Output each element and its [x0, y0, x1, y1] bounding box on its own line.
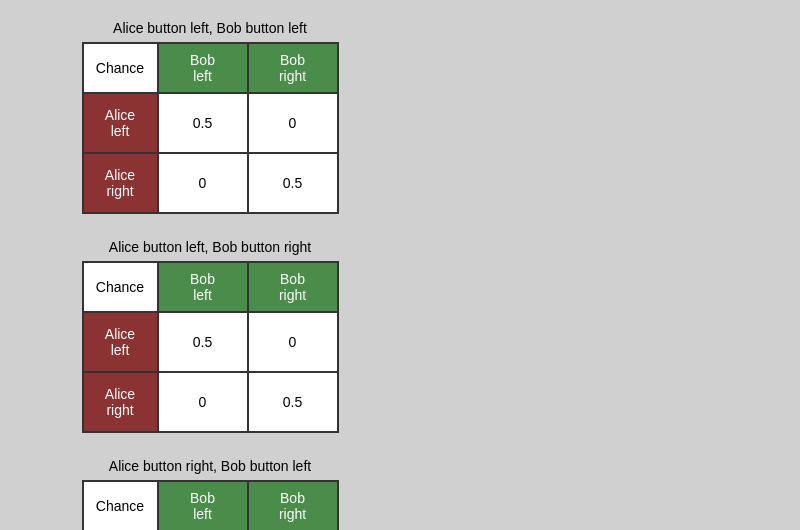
- value-al-bl-1: 0.5: [158, 93, 248, 153]
- bob-right-header-3: Bobright: [248, 481, 338, 530]
- matrix-table-3: Chance Bobleft Bobright Aliceleft 0.5 0 …: [82, 480, 339, 530]
- alice-left-label-1: Aliceleft: [83, 93, 158, 153]
- value-al-bl-2: 0.5: [158, 312, 248, 372]
- matrix-table-2: Chance Bobleft Bobright Aliceleft 0.5 0 …: [82, 261, 339, 433]
- bob-left-header-2: Bobleft: [158, 262, 248, 312]
- quadrant-3-title: Alice button right, Bob button left: [109, 458, 311, 474]
- chance-label-1: Chance: [83, 43, 158, 93]
- quadrant-1: Alice button left, Bob button left Chanc…: [10, 10, 410, 229]
- value-al-br-1: 0: [248, 93, 338, 153]
- alice-left-label-2: Aliceleft: [83, 312, 158, 372]
- value-ar-br-1: 0.5: [248, 153, 338, 213]
- value-ar-bl-1: 0: [158, 153, 248, 213]
- quadrant-2-title: Alice button left, Bob button right: [109, 239, 311, 255]
- matrix-table-1: Chance Bobleft Bobright Aliceleft 0.5 0 …: [82, 42, 339, 214]
- quadrant-3: Alice button right, Bob button left Chan…: [10, 448, 410, 530]
- quadrant-2: Alice button left, Bob button right Chan…: [10, 229, 410, 448]
- bob-right-header-2: Bobright: [248, 262, 338, 312]
- bob-left-header-3: Bobleft: [158, 481, 248, 530]
- alice-right-label-1: Aliceright: [83, 153, 158, 213]
- value-ar-bl-2: 0: [158, 372, 248, 432]
- chance-label-3: Chance: [83, 481, 158, 530]
- chance-label-2: Chance: [83, 262, 158, 312]
- quadrant-1-title: Alice button left, Bob button left: [113, 20, 307, 36]
- value-ar-br-2: 0.5: [248, 372, 338, 432]
- bob-left-header-1: Bobleft: [158, 43, 248, 93]
- value-al-br-2: 0: [248, 312, 338, 372]
- alice-right-label-2: Aliceright: [83, 372, 158, 432]
- bob-right-header-1: Bobright: [248, 43, 338, 93]
